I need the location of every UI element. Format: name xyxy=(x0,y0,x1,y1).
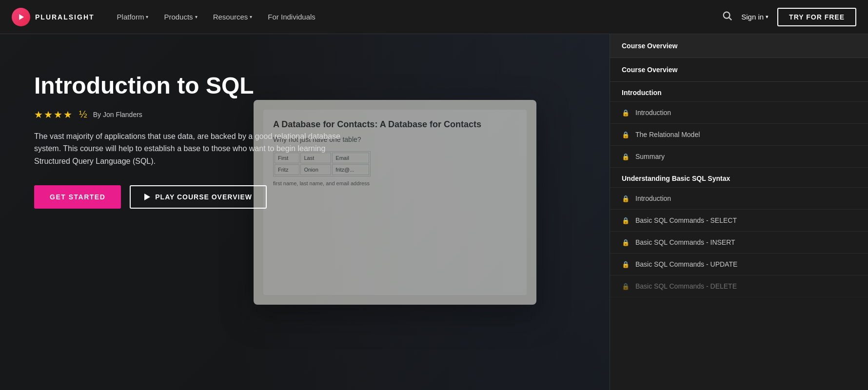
sidebar-item-update[interactable]: 🔒 Basic SQL Commands - UPDATE xyxy=(610,254,868,275)
lock-icon: 🔒 xyxy=(622,131,630,138)
lock-icon: 🔒 xyxy=(622,261,630,268)
lock-icon: 🔒 xyxy=(622,109,630,117)
navbar: PLURALSIGHT Platform ▾ Products ▾ Resour… xyxy=(0,0,868,34)
sidebar-header-1[interactable]: Course Overview xyxy=(610,34,868,58)
try-free-button[interactable]: TRY FOR FREE xyxy=(777,8,856,26)
nav-actions: Sign in ▾ TRY FOR FREE xyxy=(722,8,856,26)
sidebar-item-label: Basic SQL Commands - UPDATE xyxy=(635,260,737,268)
sidebar-item-relational-model[interactable]: 🔒 The Relational Model xyxy=(610,124,868,146)
author: By Jon Flanders xyxy=(93,111,142,118)
nav-platform[interactable]: Platform ▾ xyxy=(110,9,156,25)
sidebar-item-intro-1[interactable]: 🔒 Introduction xyxy=(610,102,868,124)
star-rating: ★★★★ xyxy=(34,109,73,120)
course-sidebar: Course Overview Course Overview Introduc… xyxy=(610,34,868,390)
sidebar-item-label: Basic SQL Commands - SELECT xyxy=(635,216,737,224)
sign-in-button[interactable]: Sign in ▾ xyxy=(741,13,769,21)
logo-text: PLURALSIGHT xyxy=(35,13,95,21)
sidebar-item-label: Introduction xyxy=(635,195,671,202)
chevron-down-icon: ▾ xyxy=(250,14,252,20)
course-description: The vast majority of applications that u… xyxy=(34,130,346,168)
logo-icon xyxy=(12,8,30,26)
chevron-down-icon: ▾ xyxy=(195,14,197,20)
lock-icon: 🔒 xyxy=(622,195,630,202)
get-started-button[interactable]: GET STARTED xyxy=(34,185,121,209)
sidebar-group-basic-sql: Understanding Basic SQL Syntax xyxy=(610,168,868,188)
search-button[interactable] xyxy=(722,10,732,23)
sidebar-item-intro-2[interactable]: 🔒 Introduction xyxy=(610,188,868,210)
sidebar-item-delete[interactable]: 🔒 Basic SQL Commands - DELETE xyxy=(610,275,868,297)
sidebar-item-label: Summary xyxy=(635,153,665,160)
rating-row: ★★★★ ½ By Jon Flanders xyxy=(34,109,346,120)
sidebar-header-2[interactable]: Course Overview xyxy=(610,58,868,82)
chevron-down-icon: ▾ xyxy=(766,14,769,20)
nav-resources-label: Resources xyxy=(213,13,248,21)
course-title: Introduction to SQL xyxy=(34,73,346,99)
cta-row: GET STARTED PLAY COURSE OVERVIEW xyxy=(34,185,346,209)
sidebar-item-label: Basic SQL Commands - DELETE xyxy=(635,282,737,290)
nav-products[interactable]: Products ▾ xyxy=(157,9,204,25)
play-overview-label: PLAY COURSE OVERVIEW xyxy=(155,193,252,201)
nav-resources[interactable]: Resources ▾ xyxy=(206,9,259,25)
lock-icon: 🔒 xyxy=(622,283,630,290)
nav-links: Platform ▾ Products ▾ Resources ▾ For In… xyxy=(110,9,722,25)
lock-icon: 🔒 xyxy=(622,239,630,246)
sidebar-item-label: The Relational Model xyxy=(635,131,700,138)
svg-line-2 xyxy=(729,18,731,20)
lock-icon: 🔒 xyxy=(622,217,630,224)
svg-marker-0 xyxy=(19,14,24,20)
sidebar-item-label: Introduction xyxy=(635,109,671,117)
main-layout: A Database for Contacts: A Database for … xyxy=(0,34,868,390)
sidebar-item-select[interactable]: 🔒 Basic SQL Commands - SELECT xyxy=(610,210,868,232)
play-icon xyxy=(144,194,150,200)
sidebar-item-insert[interactable]: 🔒 Basic SQL Commands - INSERT xyxy=(610,232,868,254)
sign-in-label: Sign in xyxy=(741,13,764,21)
hero-content: Introduction to SQL ★★★★ ½ By Jon Flande… xyxy=(0,34,380,248)
nav-individuals-label: For Individuals xyxy=(268,13,316,21)
nav-platform-label: Platform xyxy=(117,13,144,21)
nav-products-label: Products xyxy=(164,13,193,21)
sidebar-item-summary[interactable]: 🔒 Summary xyxy=(610,146,868,168)
chevron-down-icon: ▾ xyxy=(146,14,148,20)
sidebar-item-label: Basic SQL Commands - INSERT xyxy=(635,238,735,246)
logo[interactable]: PLURALSIGHT xyxy=(12,8,95,26)
nav-individuals[interactable]: For Individuals xyxy=(261,9,322,25)
hero-section: A Database for Contacts: A Database for … xyxy=(0,34,610,390)
sidebar-group-introduction: Introduction xyxy=(610,82,868,102)
half-star: ½ xyxy=(79,109,87,120)
play-overview-button[interactable]: PLAY COURSE OVERVIEW xyxy=(130,185,267,209)
lock-icon: 🔒 xyxy=(622,153,630,160)
svg-point-1 xyxy=(724,12,730,19)
